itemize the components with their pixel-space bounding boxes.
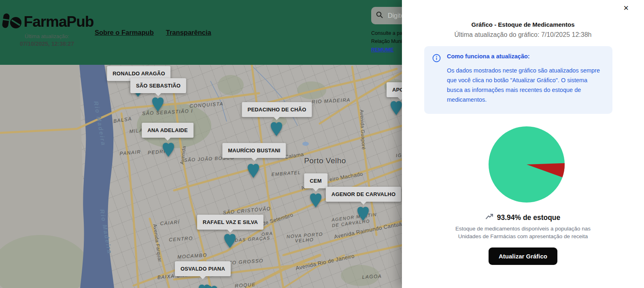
pharmacy-pin[interactable] — [309, 192, 323, 208]
nav-transparencia-link[interactable]: Transparência — [166, 29, 211, 36]
main-nav: Sobre o Farmapub Transparência — [95, 29, 211, 36]
pharmacy-label: AGENOR DE CARVALHO — [326, 187, 401, 202]
trending-up-icon — [486, 213, 494, 222]
stock-pie-chart — [489, 126, 565, 203]
stock-caption: Estoque de medicamentos disponíveis a po… — [402, 225, 644, 241]
pharmacy-pin[interactable] — [270, 120, 283, 137]
pharmacy-pin[interactable] — [356, 205, 370, 221]
pharmacy-pin[interactable] — [151, 96, 165, 112]
map-street-label: LAGOA — [362, 273, 382, 280]
remume-note-line2: Relação Munic — [371, 37, 405, 45]
stock-stat: 93.94% de estoque — [402, 213, 644, 222]
brand-name: FarmaPub — [24, 13, 94, 30]
brand: FarmaPub Última atualização: 07/10/2025,… — [4, 12, 90, 47]
close-icon[interactable]: × — [621, 3, 631, 13]
remume-link[interactable]: REMUME — [371, 47, 394, 53]
stock-percentage: 93.94% de estoque — [497, 213, 561, 222]
info-heading: Como funciona a atualização: — [447, 53, 604, 60]
info-box: Como funciona a atualização: Os dados mo… — [424, 46, 612, 114]
pharmacy-label: SÃO SEBASTIÃO — [130, 78, 186, 93]
pharmacy-label: MAURÍCIO BUSTANI — [222, 143, 286, 158]
pharmacy-label: CEM — [304, 173, 327, 188]
panel-title: Gráfico - Estoque de Medicamentos — [402, 21, 644, 28]
last-update-label: Última atualização: — [4, 33, 90, 39]
map-street-label: ROQUE — [235, 282, 256, 288]
pharmacy-pin[interactable] — [247, 162, 260, 178]
nav-sobre-link[interactable]: Sobre o Farmapub — [95, 29, 154, 36]
chart-panel: × Gráfico - Estoque de Medicamentos Últi… — [402, 0, 644, 288]
pharmacy-label: RAFAEL VAZ E SILVA — [197, 215, 264, 230]
last-update-value: 07/10/2025, 12:38:27 — [4, 41, 90, 47]
pharmacy-pin[interactable] — [223, 232, 237, 248]
map-street-label: Porto Velho — [304, 156, 346, 165]
pharmacy-pin[interactable] — [205, 284, 219, 288]
search-icon — [376, 11, 383, 20]
remume-note: Consulte a pad Relação Munic REMUME — [371, 29, 405, 54]
pharmacy-label: OSVALDO PIANA — [175, 261, 231, 276]
pharmacy-label: ANA ADELAIDE — [142, 123, 193, 138]
pharmacy-label: PEDACINHO DE CHÃO — [242, 102, 312, 117]
remume-note-line1: Consulte a pad — [371, 29, 405, 37]
update-chart-button[interactable]: Atualizar Gráfico — [489, 247, 557, 265]
stock-caption-line1: Estoque de medicamentos disponíveis a po… — [402, 225, 644, 233]
farmapub-app: FarmaPub Última atualização: 07/10/2025,… — [0, 0, 644, 288]
pill-capsule-icon — [0, 12, 22, 32]
stock-pie — [489, 126, 565, 203]
pharmacy-pin[interactable] — [389, 99, 403, 115]
info-icon — [432, 54, 441, 105]
panel-subtitle: Última atualização do gráfico: 7/10/2025… — [402, 31, 644, 38]
info-body: Os dados mostrados neste gráfico são atu… — [447, 66, 604, 105]
pharmacy-pin[interactable] — [162, 141, 175, 157]
stock-caption-line2: Unidades de Farmácias com apresentação d… — [402, 233, 644, 241]
